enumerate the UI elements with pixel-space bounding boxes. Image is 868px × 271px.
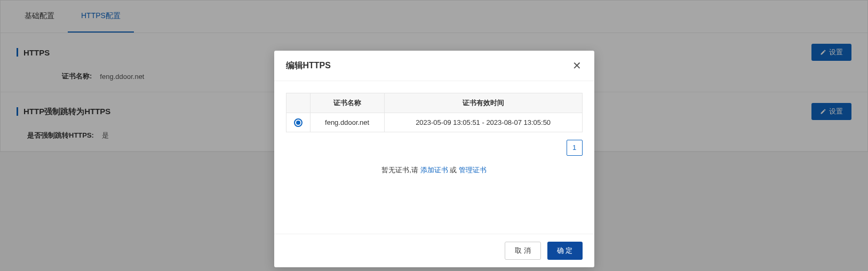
cert-name-cell: feng.ddoor.net <box>310 113 384 132</box>
radio-selected-icon[interactable] <box>294 118 302 127</box>
table-header-row: 证书名称 证书有效时间 <box>286 93 582 113</box>
col-valid-time: 证书有效时间 <box>384 93 582 113</box>
col-cert-name: 证书名称 <box>310 93 384 113</box>
add-cert-link[interactable]: 添加证书 <box>420 166 448 174</box>
close-icon[interactable]: ✕ <box>571 59 583 72</box>
col-select <box>286 93 310 113</box>
or-text: 或 <box>448 166 459 174</box>
page-1[interactable]: 1 <box>567 140 583 156</box>
pagination: 1 <box>286 140 583 156</box>
modal-body: 证书名称 证书有效时间 feng.ddoor.net 2023-05-09 13… <box>274 81 594 234</box>
modal-title: 编辑HTTPS <box>286 60 331 71</box>
cert-table: 证书名称 证书有效时间 feng.ddoor.net 2023-05-09 13… <box>286 93 583 132</box>
cert-valid-cell: 2023-05-09 13:05:51 - 2023-08-07 13:05:5… <box>384 113 582 132</box>
no-cert-hint: 暂无证书,请 添加证书 或 管理证书 <box>286 165 583 175</box>
cancel-button[interactable]: 取 消 <box>505 242 541 260</box>
cert-radio-cell[interactable] <box>286 113 310 132</box>
table-row[interactable]: feng.ddoor.net 2023-05-09 13:05:51 - 202… <box>286 113 582 132</box>
edit-https-modal: 编辑HTTPS ✕ 证书名称 证书有效时间 feng.ddoor.net 202… <box>274 51 594 267</box>
confirm-button[interactable]: 确 定 <box>547 242 583 260</box>
modal-footer: 取 消 确 定 <box>274 234 594 267</box>
manage-cert-link[interactable]: 管理证书 <box>459 166 487 174</box>
modal-header: 编辑HTTPS ✕ <box>274 51 594 81</box>
no-cert-prefix: 暂无证书,请 <box>381 166 420 174</box>
